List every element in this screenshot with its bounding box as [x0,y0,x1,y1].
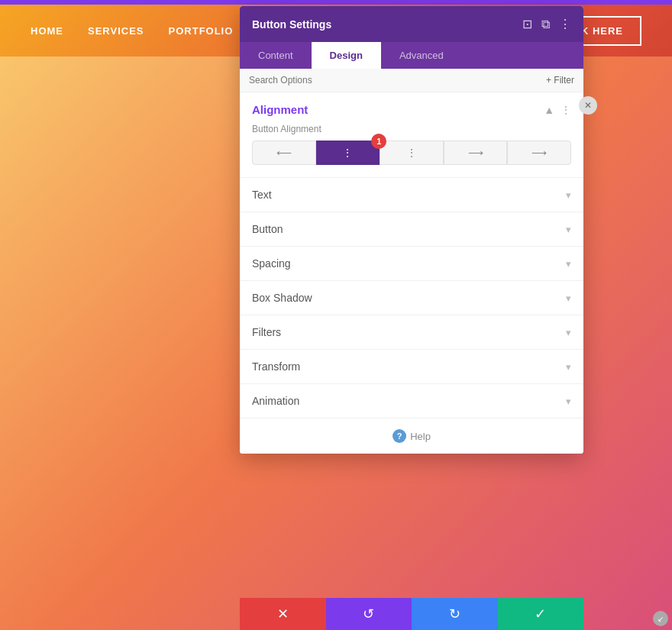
nav-portfolio[interactable]: PORTFOLIO [169,25,234,37]
button-section[interactable]: Button ▾ [240,212,583,246]
panel-footer: ? Help [240,418,583,454]
nav-home[interactable]: HOME [31,25,63,37]
align-center-left-button[interactable]: ⋮ 1 [316,141,380,165]
filters-section[interactable]: Filters ▾ [240,315,583,349]
help-label: Help [410,431,431,442]
box-shadow-chevron-icon: ▾ [566,292,571,304]
align-center-left-icon: ⋮ [342,147,353,159]
redo-button[interactable]: ↻ [412,598,498,630]
panel-header: Button Settings ⊡ ⧉ ⋮ [240,6,583,42]
tab-advanced[interactable]: Advanced [381,42,462,69]
text-section[interactable]: Text ▾ [240,177,583,212]
more-icon[interactable]: ⋮ [559,17,571,31]
text-label: Text [252,189,272,201]
button-label: Button [252,223,283,235]
align-right-button[interactable]: ⟶ [507,141,571,165]
panel-title: Button Settings [252,18,331,31]
section-more-icon[interactable]: ⋮ [561,104,571,116]
bottom-action-bar: ✕ ↺ ↻ ✓ [240,598,583,630]
panel-close-button[interactable]: ✕ [579,96,597,115]
layout-icon[interactable]: ⧉ [541,18,550,31]
transform-label: Transform [252,360,300,373]
nav-services[interactable]: SERVICES [88,25,144,37]
tab-content[interactable]: Content [240,42,312,69]
search-input[interactable] [249,75,546,86]
align-left-button[interactable]: ⟵ [252,141,316,165]
animation-label: Animation [252,395,299,407]
spacing-chevron-icon: ▾ [566,258,571,270]
undo-button[interactable]: ↺ [326,598,412,630]
panel-tabs: Content Design Advanced [240,42,583,69]
filters-chevron-icon: ▾ [566,327,571,338]
box-shadow-label: Box Shadow [252,292,312,304]
animation-chevron-icon: ▾ [566,396,571,407]
responsive-icon[interactable]: ⊡ [522,17,532,31]
button-alignment-label: Button Alignment [240,124,583,141]
alignment-buttons: ⟵ ⋮ 1 ⋮ ⟶ ⟶ [240,141,583,177]
alignment-section-header: Alignment ▲ ⋮ [240,92,583,124]
resize-handle[interactable]: ↙ [653,611,668,626]
collapse-icon[interactable]: ▲ [544,104,554,116]
align-center-right-button[interactable]: ⟶ [444,141,508,165]
align-center-icon: ⋮ [406,147,417,159]
section-controls: ▲ ⋮ [544,104,571,116]
spacing-section[interactable]: Spacing ▾ [240,246,583,280]
filter-button[interactable]: + Filter [546,75,574,86]
filters-label: Filters [252,326,281,338]
tab-design[interactable]: Design [312,42,381,69]
transform-chevron-icon: ▾ [566,361,571,373]
spacing-label: Spacing [252,257,291,270]
panel-header-icons: ⊡ ⧉ ⋮ [522,17,571,31]
animation-section[interactable]: Animation ▾ [240,383,583,418]
panel-body: Alignment ▲ ⋮ Button Alignment ⟵ ⋮ 1 ⋮ ⟶ [240,92,583,454]
help-link[interactable]: ? Help [393,429,431,443]
align-center-right-icon: ⟶ [468,147,483,159]
button-settings-panel: Button Settings ⊡ ⧉ ⋮ Content Design Adv… [240,6,583,454]
search-bar: + Filter [240,69,583,92]
button-chevron-icon: ▾ [566,224,571,235]
save-button[interactable]: ✓ [498,598,584,630]
align-right-icon: ⟶ [531,147,547,159]
box-shadow-section[interactable]: Box Shadow ▾ [240,280,583,315]
help-icon: ? [393,429,406,443]
cancel-button[interactable]: ✕ [240,598,326,630]
align-center-button[interactable]: ⋮ [380,141,444,165]
transform-section[interactable]: Transform ▾ [240,349,583,383]
align-left-icon: ⟵ [276,147,292,159]
alignment-section-title: Alignment [252,103,308,116]
text-chevron-icon: ▾ [566,189,571,201]
